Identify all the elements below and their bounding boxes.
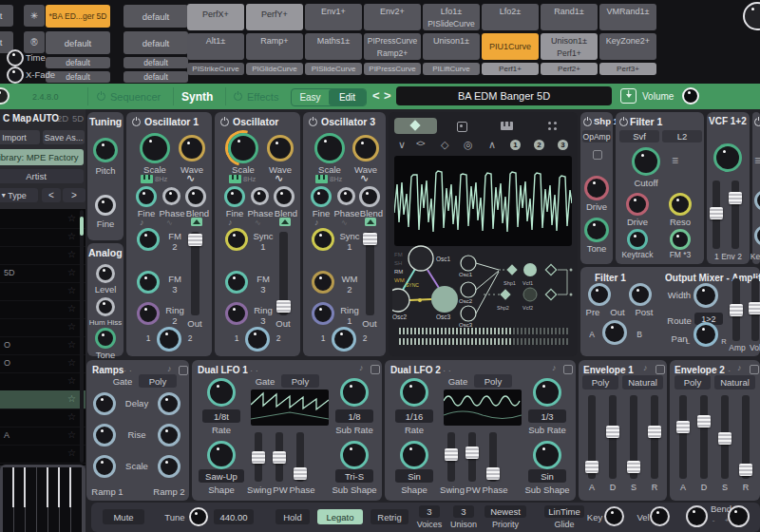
osc1-select-badge[interactable]: 1 bbox=[510, 140, 521, 150]
export-icon[interactable] bbox=[179, 366, 188, 375]
lfo2-subshape-knob[interactable] bbox=[533, 441, 561, 469]
star-icon[interactable]: ☆ bbox=[67, 249, 76, 259]
note-icon[interactable]: ♪ bbox=[359, 364, 364, 372]
mod-slot[interactable]: PIPressCurve bbox=[364, 63, 421, 75]
mod-slot[interactable]: Perf3+ bbox=[599, 63, 656, 75]
env2-poly-button[interactable]: Poly bbox=[674, 375, 711, 390]
osc3-out-slider[interactable] bbox=[366, 232, 374, 315]
tab-sequencer[interactable]: Sequencer bbox=[110, 91, 161, 104]
osc2-out-slider[interactable] bbox=[279, 232, 288, 315]
osc2-ring3-knob[interactable] bbox=[225, 302, 248, 325]
fine-knob[interactable] bbox=[95, 195, 116, 216]
library-selector[interactable]: Library: MPE Factory bbox=[0, 149, 84, 165]
note-icon[interactable]: ♪ bbox=[643, 364, 648, 372]
artist-selector[interactable]: Artist bbox=[0, 169, 84, 183]
osc3-phase-knob[interactable] bbox=[337, 187, 355, 205]
env1-attack-slider[interactable] bbox=[588, 395, 596, 479]
tune-knob[interactable] bbox=[189, 507, 208, 526]
edit-button[interactable]: Edit bbox=[329, 89, 366, 105]
osc3-sync1-knob[interactable] bbox=[312, 228, 334, 251]
osc3-wave-knob[interactable] bbox=[352, 135, 379, 162]
slider-thumb[interactable] bbox=[676, 421, 690, 433]
glide-value[interactable]: LinTime bbox=[544, 505, 584, 518]
routing-diagram[interactable]: FM SH RM WM SYNC Osc1 Osc2 Osc3 Osc1 Osc… bbox=[392, 243, 574, 331]
osc3-wm2-knob[interactable] bbox=[312, 271, 334, 294]
voices-value[interactable]: 3 bbox=[419, 505, 440, 518]
osc2-scale-knob[interactable] bbox=[228, 133, 258, 163]
preset-next-sidebar-button[interactable]: > bbox=[63, 188, 86, 202]
amp-slider[interactable] bbox=[732, 278, 740, 341]
osc2-sync1-knob[interactable] bbox=[225, 228, 248, 251]
lfo1-pw-slider[interactable] bbox=[276, 432, 283, 482]
osc1-scale-knob[interactable] bbox=[140, 133, 170, 163]
osc1-out-slider[interactable] bbox=[191, 232, 200, 315]
step-strip-2[interactable] bbox=[399, 338, 513, 345]
display-tab-wave[interactable] bbox=[394, 118, 437, 134]
osc3-ring1-knob[interactable] bbox=[312, 302, 334, 325]
osc2-fine-knob[interactable] bbox=[224, 186, 245, 207]
lfo2-subrate-value[interactable]: 1/3 bbox=[528, 409, 566, 423]
ab-blend-knob[interactable] bbox=[602, 320, 627, 345]
vel-knob[interactable] bbox=[650, 506, 670, 526]
slider-thumb[interactable] bbox=[606, 426, 619, 438]
lfo1-subshape-value[interactable]: Tri-S bbox=[335, 469, 373, 483]
slider-thumb[interactable] bbox=[710, 207, 723, 219]
level-knob[interactable] bbox=[96, 264, 115, 283]
filter1-power-icon[interactable] bbox=[619, 118, 628, 126]
preset-list-item[interactable]: ☆ bbox=[0, 445, 86, 464]
macro-slot[interactable]: default bbox=[46, 31, 110, 54]
star-icon[interactable]: ☆ bbox=[67, 447, 76, 458]
cutoff-knob[interactable] bbox=[632, 147, 660, 176]
env2-sustain-slider[interactable] bbox=[721, 395, 729, 479]
slider-thumb[interactable] bbox=[252, 451, 265, 464]
star-icon[interactable]: ☆ bbox=[67, 393, 76, 404]
effects-power-icon[interactable] bbox=[234, 92, 242, 101]
slider-thumb[interactable] bbox=[718, 432, 732, 445]
ramp1-delay-knob[interactable] bbox=[93, 392, 116, 415]
slider-thumb[interactable] bbox=[585, 461, 598, 473]
osc1-fm3-knob[interactable] bbox=[137, 271, 160, 294]
mod-slot-selected[interactable]: PIU1Curve bbox=[482, 33, 539, 60]
priority-value[interactable]: Newest bbox=[484, 505, 526, 518]
lfo1-shape-value[interactable]: Saw-Up bbox=[199, 469, 244, 483]
osc2-fm3-knob[interactable] bbox=[225, 271, 248, 294]
mod-slot[interactable]: Alt1± bbox=[187, 33, 244, 60]
mixer-pan-knob[interactable] bbox=[694, 322, 718, 347]
note-icon[interactable]: ♪ bbox=[167, 365, 172, 373]
export-icon[interactable] bbox=[563, 365, 573, 374]
osc1-fine-knob[interactable] bbox=[136, 186, 157, 207]
tune-value[interactable]: 440.00 bbox=[214, 509, 254, 524]
lfo2-poly-button[interactable]: Poly bbox=[474, 374, 512, 388]
preset-prev-button[interactable]: < bbox=[372, 89, 380, 104]
preset-list-item[interactable]: ☆ bbox=[0, 282, 86, 301]
slider-thumb[interactable] bbox=[697, 415, 711, 428]
lfo1-subrate-value[interactable]: 1/8 bbox=[335, 409, 373, 423]
preset-scrollbar[interactable] bbox=[80, 210, 84, 463]
sidebar-map-label[interactable]: C Map bbox=[3, 113, 31, 124]
mod-slot[interactable]: PerfY+ bbox=[246, 4, 303, 30]
mod-slot[interactable]: VMRand1± bbox=[599, 4, 656, 30]
mod-slot[interactable]: Perf2+ bbox=[541, 63, 598, 75]
shp1-power-icon[interactable] bbox=[583, 118, 592, 126]
ramp2-delay-knob[interactable] bbox=[158, 392, 180, 415]
slider-thumb[interactable] bbox=[730, 304, 743, 316]
preset-list-item[interactable]: 5D☆ bbox=[0, 264, 86, 283]
export-icon[interactable] bbox=[370, 365, 380, 374]
display-tab-keys[interactable] bbox=[485, 118, 528, 134]
osc2-power-icon[interactable] bbox=[220, 118, 229, 126]
note-icon[interactable]: ♪ bbox=[140, 218, 144, 227]
osc3-blend-knob[interactable] bbox=[359, 186, 380, 207]
preset-list-item-selected[interactable]: ☆ bbox=[0, 390, 86, 409]
collapse-icon[interactable]: ∨ bbox=[398, 140, 406, 150]
osc3-power-icon[interactable] bbox=[309, 118, 317, 126]
step-strip-1[interactable] bbox=[399, 328, 513, 334]
osc2-blend-knob[interactable] bbox=[274, 186, 294, 207]
filter-drive-knob[interactable] bbox=[626, 193, 649, 216]
lfo1-rate-knob[interactable] bbox=[207, 378, 236, 407]
macro-slot[interactable]: default bbox=[124, 71, 188, 83]
lfo1-poly-button[interactable]: Poly bbox=[281, 374, 319, 388]
lfo1-subshape-knob[interactable] bbox=[340, 441, 369, 469]
filter-fm3-knob[interactable] bbox=[670, 229, 691, 250]
lfo2-rate-value[interactable]: 1/16 bbox=[395, 409, 433, 423]
macro-preset-active[interactable]: *BA ED...ger 5D bbox=[46, 5, 110, 28]
